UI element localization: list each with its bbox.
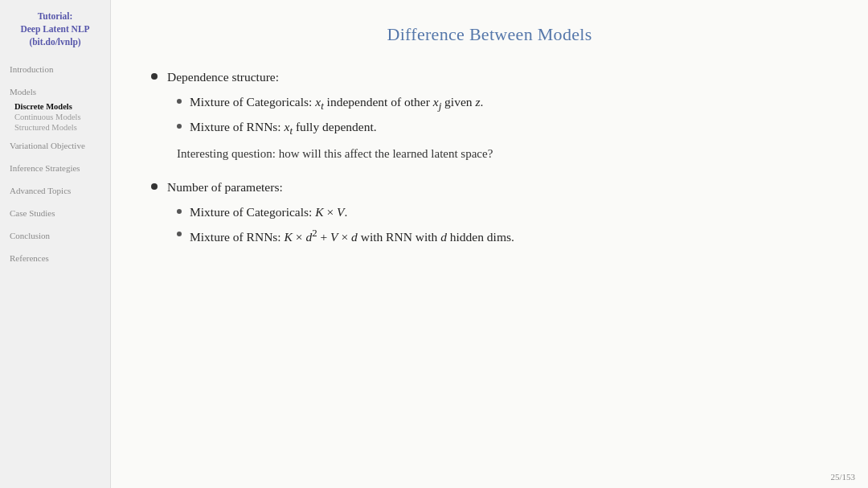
sub-dot-dep-2 [177,124,182,129]
sidebar-title: Tutorial:Deep Latent NLP(bit.do/lvnlp) [6,10,104,48]
sidebar: Tutorial:Deep Latent NLP(bit.do/lvnlp) I… [0,0,111,488]
sub-bullet-dep-1: Mixture of Categoricals: xt independent … [177,92,828,115]
bullet-params: Number of parameters: [151,178,828,198]
bullet-dot-1 [151,73,158,80]
sub-bullet-dep-2: Mixture of RNNs: xt fully dependent. [177,117,828,140]
sidebar-item-continuous-models[interactable]: Continuous Models [6,112,104,122]
sidebar-item-advanced-topics[interactable]: Advanced Topics [6,184,104,197]
sidebar-item-structured-models[interactable]: Structured Models [6,122,104,133]
interesting-question: Interesting question: how will this affe… [177,144,828,163]
sidebar-item-models[interactable]: Models [6,85,104,98]
sub-text-dep-1: Mixture of Categoricals: xt independent … [190,92,483,115]
sidebar-item-inference-strategies[interactable]: Inference Strategies [6,162,104,174]
sub-bullets-dependence: Mixture of Categoricals: xt independent … [177,92,828,140]
sidebar-item-variational-objective[interactable]: Variational Objective [6,139,104,152]
sub-text-param-2: Mixture of RNNs: K × d2 + V × d with RNN… [190,225,514,248]
sub-dot-param-1 [177,209,182,214]
sub-text-dep-2: Mixture of RNNs: xt fully dependent. [190,117,377,140]
content-area: Dependence structure: Mixture of Categor… [151,68,828,472]
bullet-dot-2 [151,183,158,190]
bullet-dependence: Dependence structure: [151,68,828,88]
sub-bullets-params: Mixture of Categoricals: K × V. Mixture … [177,203,828,248]
sidebar-item-references[interactable]: References [6,252,104,265]
sidebar-item-introduction[interactable]: Introduction [6,63,104,76]
sub-bullet-param-1: Mixture of Categoricals: K × V. [177,203,828,223]
slide-content: Difference Between Models Dependence str… [111,0,868,488]
sub-dot-param-2 [177,232,182,236]
sidebar-item-case-studies[interactable]: Case Studies [6,207,104,219]
slide-title: Difference Between Models [151,24,828,45]
sub-dot-dep-1 [177,99,182,104]
sidebar-item-conclusion[interactable]: Conclusion [6,229,104,242]
sub-text-param-1: Mixture of Categoricals: K × V. [190,203,347,223]
page-number: 25/153 [830,472,855,482]
sidebar-item-discrete-models[interactable]: Discrete Models [6,101,104,112]
bullet-dependence-text: Dependence structure: [167,68,279,88]
bullet-params-text: Number of parameters: [167,178,283,198]
sub-bullet-param-2: Mixture of RNNs: K × d2 + V × d with RNN… [177,225,828,248]
